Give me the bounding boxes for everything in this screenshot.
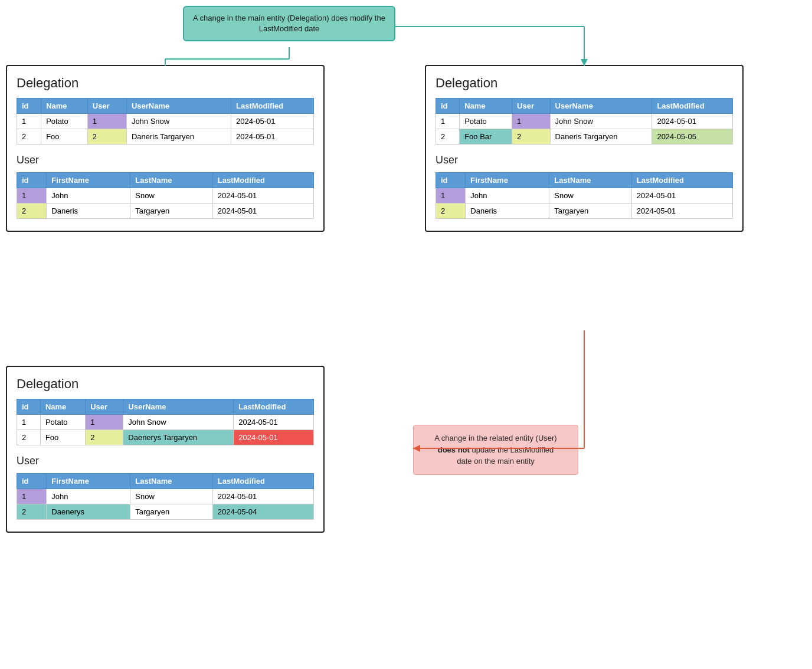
- user-table-bottom-left: id FirstName LastName LastModified 1 Joh…: [17, 473, 314, 520]
- th-firstname: FirstName: [47, 474, 130, 489]
- user-subtitle-bottom-left: User: [17, 455, 314, 467]
- panel-bottom-left: Delegation id Name User UserName LastMod…: [6, 366, 325, 533]
- annotation-right-line1: A change in the related entity (User): [434, 434, 556, 442]
- th-lastmod: LastModified: [631, 173, 732, 188]
- th-name: Name: [460, 99, 512, 114]
- th-id: id: [17, 99, 41, 114]
- th-user: User: [512, 99, 551, 114]
- table-row: 2 Daenerys Targaryen 2024-05-04: [17, 504, 314, 520]
- th-firstname: FirstName: [466, 173, 549, 188]
- th-id: id: [436, 99, 460, 114]
- th-id: id: [17, 474, 47, 489]
- table-row: 1 Potato 1 John Snow 2024-05-01: [17, 415, 314, 430]
- table-row: 2 Foo 2 Daneris Targaryen 2024-05-01: [17, 129, 314, 145]
- th-username: UserName: [123, 399, 234, 415]
- panel-top-right: Delegation id Name User UserName LastMod…: [425, 65, 744, 232]
- main-container: A change in the main entity (Delegation)…: [0, 0, 812, 669]
- th-name: Name: [40, 399, 85, 415]
- th-lastmod: LastModified: [231, 99, 314, 114]
- th-user: User: [86, 399, 123, 415]
- panel-top-left-title: Delegation: [17, 76, 314, 91]
- th-id: id: [436, 173, 466, 188]
- th-lastname: LastName: [130, 474, 212, 489]
- th-user: User: [87, 99, 126, 114]
- panel-top-right-title: Delegation: [436, 76, 733, 91]
- annotation-right-rest: update the LastModified: [470, 445, 554, 454]
- th-id: id: [17, 173, 47, 188]
- annotation-right-line3: date on the main entity: [457, 457, 535, 465]
- th-username: UserName: [126, 99, 231, 114]
- right-annotation: A change in the related entity (User) do…: [413, 425, 578, 475]
- user-subtitle-top-right: User: [436, 154, 733, 166]
- top-annotation-text: A change in the main entity (Delegation)…: [193, 14, 385, 33]
- th-id: id: [17, 399, 41, 415]
- delegation-table-top-left: id Name User UserName LastModified 1 Pot…: [17, 98, 314, 145]
- th-lastmod: LastModified: [652, 99, 733, 114]
- panel-bottom-left-title: Delegation: [17, 376, 314, 392]
- table-row: 2 Daneris Targaryen 2024-05-01: [436, 204, 733, 219]
- table-row: 1 Potato 1 John Snow 2024-05-01: [17, 114, 314, 129]
- table-row: 1 John Snow 2024-05-01: [17, 188, 314, 204]
- table-row: 1 John Snow 2024-05-01: [436, 188, 733, 204]
- th-lastname: LastName: [130, 173, 212, 188]
- user-table-top-right: id FirstName LastName LastModified 1 Joh…: [436, 172, 733, 219]
- table-row: 1 Potato 1 John Snow 2024-05-01: [436, 114, 733, 129]
- annotation-right-bold: does not: [438, 445, 470, 454]
- table-row: 1 John Snow 2024-05-01: [17, 489, 314, 504]
- th-lastmod: LastModified: [212, 173, 313, 188]
- th-username: UserName: [550, 99, 652, 114]
- panel-top-left: Delegation id Name User UserName LastMod…: [6, 65, 325, 232]
- delegation-table-top-right: id Name User UserName LastModified 1 Pot…: [436, 98, 733, 145]
- th-lastmod: LastModified: [212, 474, 313, 489]
- delegation-table-bottom-left: id Name User UserName LastModified 1 Pot…: [17, 399, 314, 445]
- user-table-top-left: id FirstName LastName LastModified 1 Joh…: [17, 172, 314, 219]
- table-row: 2 Foo Bar 2 Daneris Targaryen 2024-05-05: [436, 129, 733, 145]
- top-annotation: A change in the main entity (Delegation)…: [183, 6, 395, 41]
- th-lastname: LastName: [549, 173, 631, 188]
- th-name: Name: [41, 99, 88, 114]
- table-row: 2 Daneris Targaryen 2024-05-01: [17, 204, 314, 219]
- th-lastmod: LastModified: [234, 399, 314, 415]
- user-subtitle-top-left: User: [17, 154, 314, 166]
- table-row: 2 Foo 2 Daenerys Targaryen 2024-05-01: [17, 430, 314, 445]
- th-firstname: FirstName: [47, 173, 130, 188]
